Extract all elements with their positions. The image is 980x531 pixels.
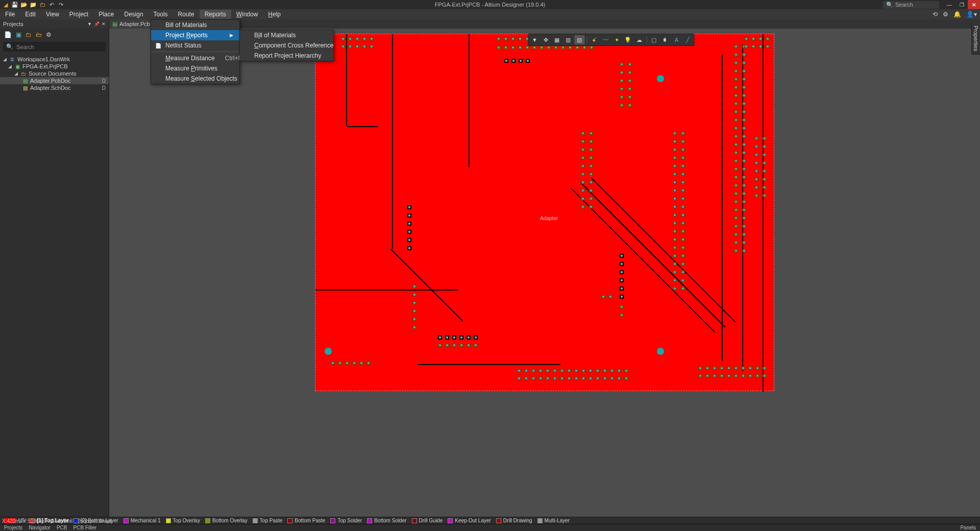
- menu-tools[interactable]: Tools: [149, 10, 173, 19]
- redo-icon[interactable]: ↷: [57, 1, 64, 8]
- layer-chip[interactable]: Mechanical 1: [124, 518, 161, 523]
- highlight-icon[interactable]: ✦: [611, 35, 622, 44]
- reports-measure-selected[interactable]: Measure Selected Objects: [151, 74, 239, 84]
- projects-title: Projects: [3, 21, 23, 27]
- close-button[interactable]: ✕: [968, 0, 980, 9]
- layer-chip[interactable]: Multi-Layer: [537, 518, 570, 523]
- reports-dropdown: Bill of Materials Project Reports ▶ 📄 Ne…: [151, 19, 240, 84]
- reports-measure-primitives[interactable]: Measure Primitives: [151, 63, 239, 74]
- measure-icon[interactable]: 〰: [600, 35, 610, 44]
- save-icon[interactable]: 💾: [11, 1, 18, 8]
- settings-icon[interactable]: ⚙: [943, 11, 948, 18]
- board-label: Adapter: [540, 215, 558, 221]
- pcb-board[interactable]: Adapter: [315, 34, 774, 391]
- tree-workspace[interactable]: ◢🗎 Workspace1.DsnWrk: [0, 56, 109, 63]
- undo-icon[interactable]: ↶: [48, 1, 55, 8]
- layer-icon[interactable]: ▧: [574, 35, 584, 44]
- subreport-ccr[interactable]: Component Cross Reference: [240, 40, 333, 51]
- rect-icon[interactable]: ▢: [649, 35, 659, 44]
- new-file-icon[interactable]: 📄: [4, 31, 12, 38]
- compile-icon[interactable]: ▣: [16, 31, 21, 38]
- tree-project[interactable]: ◢▣ FPGA-Ext.PrjPCB: [0, 63, 109, 70]
- layer-chip[interactable]: Drill Drawing: [496, 518, 532, 523]
- minimize-button[interactable]: —: [943, 0, 955, 9]
- pcb-doc-icon: ▤: [112, 21, 117, 28]
- project-tree: ◢🗎 Workspace1.DsnWrk ◢▣ FPGA-Ext.PrjPCB …: [0, 53, 109, 517]
- menu-place[interactable]: Place: [93, 10, 119, 19]
- status-snap: (Hotspot Snap): [78, 518, 112, 524]
- panel-close-icon[interactable]: ✕: [102, 21, 106, 27]
- folder-icon[interactable]: 🗀: [26, 31, 32, 38]
- global-search[interactable]: 🔍 Search: [883, 1, 939, 9]
- subreport-bom[interactable]: Bill of Materials: [240, 30, 333, 40]
- search-icon: 🔍: [6, 43, 13, 50]
- folder-open-icon[interactable]: 🗁: [36, 31, 42, 38]
- projects-search[interactable]: 🔍 Search: [3, 42, 106, 52]
- panels-button[interactable]: Panels: [960, 525, 976, 530]
- layer-chip[interactable]: Drill Guide: [412, 518, 443, 523]
- menu-file[interactable]: File: [0, 10, 20, 19]
- panel-menu-icon[interactable]: ▼: [87, 21, 92, 27]
- route-icon[interactable]: ꗃ: [589, 35, 599, 44]
- projects-toolbar: 📄 ▣ 🗀 🗁 ⚙: [0, 29, 109, 41]
- align-icon[interactable]: ▦: [552, 35, 562, 44]
- layer-chip[interactable]: Bottom Paste: [287, 518, 325, 523]
- settings-icon[interactable]: ⚙: [46, 31, 52, 38]
- search-placeholder: Search: [16, 44, 34, 50]
- menu-window[interactable]: Window: [231, 10, 263, 19]
- menu-help[interactable]: Help: [263, 10, 286, 19]
- reports-measure-distance[interactable]: Measure Distance Ctrl+M: [151, 53, 239, 63]
- cloud-icon[interactable]: ☁: [634, 35, 644, 44]
- projects-panel: Projects ▼ 📌 ✕ 📄 ▣ 🗀 🗁 ⚙ 🔍 Search ◢🗎 Wor…: [0, 19, 109, 517]
- open-project-icon[interactable]: 📁: [30, 1, 37, 8]
- layer-chip[interactable]: Bottom Overlay: [205, 518, 248, 523]
- line-icon[interactable]: ╱: [682, 35, 693, 44]
- tree-source-docs[interactable]: ◢🗀 Source Documents: [0, 70, 109, 77]
- app-title: FPGA-Ext.PrjPCB - Altium Designer (19.0.…: [435, 2, 545, 8]
- text-icon[interactable]: A: [671, 35, 681, 44]
- open-icon[interactable]: 📂: [20, 1, 28, 8]
- tree-doc-pcb[interactable]: ▤ Adapter.PcbDoc D: [0, 77, 109, 84]
- layer-bar: LS[1] Top Layer[2] Bottom LayerMechanica…: [0, 517, 980, 524]
- chart-icon[interactable]: ⧯: [660, 35, 670, 44]
- layer-chip[interactable]: Top Solder: [330, 518, 362, 523]
- share-icon[interactable]: ⟲: [933, 11, 938, 18]
- menu-edit[interactable]: Edit: [20, 10, 41, 19]
- reports-bom[interactable]: Bill of Materials: [151, 20, 239, 30]
- ptab-projects[interactable]: Projects: [4, 525, 22, 530]
- menu-bar: File Edit View Project Place Design Tool…: [0, 9, 980, 19]
- user-icon[interactable]: 👤▾: [966, 11, 977, 18]
- tree-doc-sch[interactable]: ▤ Adapter.SchDoc D: [0, 84, 109, 91]
- properties-tab[interactable]: Properties: [971, 22, 980, 55]
- menu-project[interactable]: Project: [64, 10, 93, 19]
- subreport-hierarchy[interactable]: Report Project Hierarchy: [240, 51, 333, 61]
- panels-bar: Projects Navigator PCB PCB Filter Panels: [0, 524, 980, 531]
- reports-project-reports[interactable]: Project Reports ▶: [151, 30, 239, 40]
- menu-design[interactable]: Design: [119, 10, 148, 19]
- menu-view[interactable]: View: [41, 10, 64, 19]
- panel-pin-icon[interactable]: 📌: [94, 21, 100, 27]
- menu-route[interactable]: Route: [173, 10, 200, 19]
- ptab-pcb[interactable]: PCB: [57, 525, 67, 530]
- folder-icon[interactable]: 🗀: [39, 1, 46, 8]
- notifications-icon[interactable]: 🔔: [953, 11, 961, 18]
- maximize-button[interactable]: ❐: [955, 0, 968, 9]
- reports-netlist-status[interactable]: 📄 Netlist Status: [151, 40, 239, 51]
- menu-reports[interactable]: Reports: [200, 10, 231, 19]
- filter-icon[interactable]: ▼: [529, 35, 540, 44]
- projects-header: Projects ▼ 📌 ✕: [0, 19, 109, 29]
- layer-chip[interactable]: Top Paste: [253, 518, 282, 523]
- pcb-editor[interactable]: ▼ ✥ ▦ ▥ ▧ ꗃ 〰 ✦ 💡 ☁ ▢ ⧯ A ╱ Adapter: [109, 29, 980, 517]
- layer-chip[interactable]: Top Overlay: [166, 518, 200, 523]
- menu-separator: [151, 52, 239, 52]
- ptab-pcbfilter[interactable]: PCB Filter: [74, 525, 97, 530]
- layer-chip[interactable]: Bottom Solder: [367, 518, 406, 523]
- grid-icon[interactable]: ▥: [563, 35, 573, 44]
- bulb-icon[interactable]: 💡: [623, 35, 633, 44]
- search-icon: 🔍: [886, 2, 893, 8]
- ptab-navigator[interactable]: Navigator: [29, 525, 51, 530]
- status-grid: Grid: 5mil: [51, 518, 72, 524]
- project-reports-submenu: Bill of Materials Component Cross Refere…: [239, 30, 334, 61]
- move-icon[interactable]: ✥: [541, 35, 551, 44]
- layer-chip[interactable]: Keep-Out Layer: [448, 518, 491, 523]
